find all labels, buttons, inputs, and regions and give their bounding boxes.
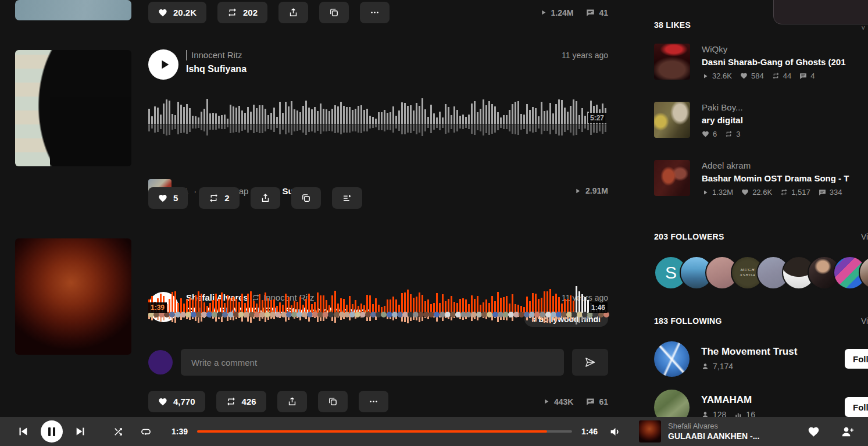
play-icon bbox=[542, 398, 550, 405]
follow-artist-button[interactable] bbox=[841, 425, 854, 438]
follow-button[interactable]: Follow bbox=[845, 349, 868, 369]
pause-button[interactable] bbox=[41, 420, 63, 443]
repost-icon bbox=[226, 397, 236, 406]
like-button[interactable]: 5 bbox=[148, 187, 188, 209]
following-name[interactable]: The Movement Trust bbox=[701, 345, 797, 358]
track2-artwork[interactable] bbox=[15, 238, 131, 355]
view-all-followers-link[interactable]: View all bbox=[861, 232, 868, 241]
track1-artist[interactable]: Innocent Ritz bbox=[186, 49, 247, 61]
previous-icon bbox=[16, 425, 29, 438]
track1-play-button[interactable] bbox=[148, 49, 178, 80]
view-all-likes-link-clipped[interactable]: v bbox=[862, 24, 865, 31]
track2-current-time-label: 1:39 bbox=[148, 302, 167, 313]
followers-avatar-row: S MUGHXSHOA bbox=[654, 256, 868, 290]
top-track-stats: 1.24M 41 bbox=[540, 2, 609, 23]
comment-marker-avatar[interactable] bbox=[222, 312, 228, 317]
following-name[interactable]: YAMAHAM bbox=[701, 394, 755, 406]
text-cursor bbox=[186, 50, 187, 60]
likes-section-header: 38 LIKES bbox=[654, 20, 691, 30]
total-time: 1:46 bbox=[579, 427, 600, 436]
like-button[interactable]: 4,770 bbox=[148, 391, 205, 412]
track1-waveform[interactable]: 5:27 bbox=[148, 93, 608, 138]
repost-count: 426 bbox=[242, 397, 256, 406]
track2-waveform[interactable]: 1:39 1:46 bbox=[148, 286, 608, 322]
now-playing-title[interactable]: GULAABI AANKHEN -... bbox=[668, 431, 791, 441]
track-thumbnail[interactable] bbox=[654, 102, 690, 138]
copy-link-button[interactable] bbox=[291, 187, 321, 209]
track-artist[interactable]: WiQky bbox=[702, 44, 846, 55]
following-stats: 7,174 bbox=[701, 362, 797, 371]
track1-duration-label: 5:27 bbox=[588, 113, 606, 123]
track1-title[interactable]: Ishq Sufiyana bbox=[186, 62, 247, 76]
send-comment-button[interactable] bbox=[572, 349, 608, 376]
copy-link-button[interactable] bbox=[318, 391, 348, 412]
track-thumbnail[interactable] bbox=[654, 160, 690, 196]
pause-icon bbox=[48, 427, 55, 436]
sidebar-like-item[interactable]: Paki Boy... ary digital 6 3 bbox=[654, 102, 868, 138]
share-icon bbox=[287, 397, 297, 406]
repost-icon bbox=[772, 72, 780, 80]
like-button[interactable]: 20.2K bbox=[148, 2, 206, 23]
now-playing-artist[interactable]: Shefali Alvares bbox=[668, 422, 791, 431]
like-count: 20.2K bbox=[173, 8, 197, 17]
comment-marker-avatar[interactable] bbox=[275, 312, 281, 317]
sidebar-like-item[interactable]: Adeel akram Bashar Momin OST Drama Song … bbox=[654, 160, 868, 197]
shuffle-button[interactable] bbox=[113, 426, 124, 437]
repost-button[interactable]: 2 bbox=[199, 187, 239, 209]
track-artist[interactable]: Paki Boy... bbox=[702, 102, 743, 113]
more-button[interactable] bbox=[360, 2, 390, 23]
like-count: 4,770 bbox=[173, 397, 195, 406]
track-title[interactable]: Dasni Sharab-Gang of Ghosts (201 bbox=[702, 55, 846, 69]
share-button[interactable] bbox=[251, 187, 280, 209]
follow-button[interactable]: Follow bbox=[845, 397, 868, 417]
comment-marker-avatar[interactable] bbox=[434, 312, 440, 317]
previous-track-artwork-partial[interactable] bbox=[15, 0, 131, 20]
queue-icon bbox=[342, 193, 352, 204]
now-playing-thumbnail[interactable] bbox=[639, 420, 661, 443]
comment-count-stat: 41 bbox=[586, 8, 608, 17]
play-count-stat: 1.24M bbox=[540, 8, 574, 17]
top-track-actions: 20.2K 202 1.24M 41 bbox=[148, 2, 608, 23]
repeat-icon bbox=[140, 426, 152, 437]
add-to-queue-button[interactable] bbox=[332, 187, 362, 209]
volume-button[interactable] bbox=[609, 426, 621, 438]
track1-artwork[interactable] bbox=[15, 50, 131, 166]
more-icon bbox=[369, 397, 378, 406]
track-title[interactable]: Bashar Momin OST Drama Song - T bbox=[702, 171, 849, 185]
comment-input[interactable] bbox=[181, 349, 564, 376]
repost-icon bbox=[780, 188, 788, 196]
play-icon bbox=[702, 189, 709, 196]
comment-marker-avatar[interactable] bbox=[328, 312, 334, 317]
repost-button[interactable]: 202 bbox=[217, 2, 267, 23]
view-all-following-link[interactable]: View all bbox=[861, 316, 868, 326]
track-artist[interactable]: Adeel akram bbox=[702, 160, 849, 171]
seek-bar[interactable] bbox=[197, 430, 572, 433]
comment-count-stat: 61 bbox=[586, 397, 608, 406]
comment-row bbox=[148, 349, 608, 376]
comment-marker-avatar[interactable] bbox=[540, 312, 545, 317]
repost-icon bbox=[227, 8, 237, 17]
like-track-button[interactable] bbox=[808, 426, 820, 438]
next-track-button[interactable] bbox=[74, 425, 87, 438]
current-user-avatar[interactable] bbox=[148, 350, 173, 374]
track2-actions: 4,770 426 443K 61 bbox=[148, 391, 608, 412]
sidebar-like-item[interactable]: WiQky Dasni Sharab-Gang of Ghosts (201 3… bbox=[654, 44, 868, 80]
previous-track-button[interactable] bbox=[16, 425, 29, 438]
more-button[interactable] bbox=[359, 391, 388, 412]
track-thumbnail[interactable] bbox=[654, 44, 690, 80]
play-icon bbox=[158, 58, 171, 71]
comment-marker-avatar[interactable] bbox=[487, 312, 492, 317]
share-icon bbox=[288, 8, 298, 17]
comment-marker-avatar[interactable] bbox=[169, 312, 175, 317]
heart-icon bbox=[740, 72, 748, 80]
share-button[interactable] bbox=[278, 2, 308, 23]
repeat-button[interactable] bbox=[140, 426, 152, 437]
share-button[interactable] bbox=[277, 391, 307, 412]
copy-link-button[interactable] bbox=[319, 2, 349, 23]
repost-button[interactable]: 426 bbox=[216, 391, 266, 412]
track-title[interactable]: ary digital bbox=[702, 113, 743, 127]
notification-popup-partial bbox=[773, 0, 868, 24]
copy-icon bbox=[301, 193, 311, 203]
comment-marker-avatar[interactable] bbox=[381, 312, 387, 317]
following-avatar[interactable] bbox=[654, 341, 690, 377]
